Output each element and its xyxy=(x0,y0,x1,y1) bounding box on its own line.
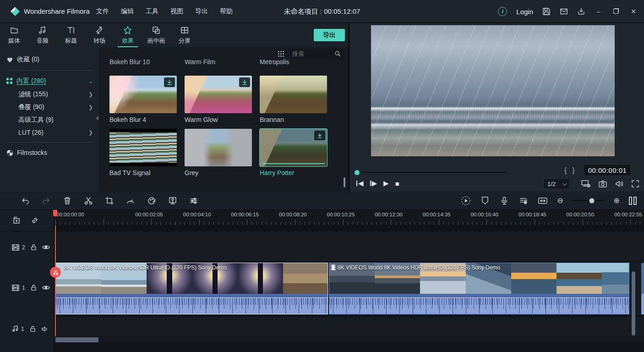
lock-open-icon[interactable] xyxy=(31,244,37,251)
sidebar-item-filters[interactable]: 滤镜 (155) ❯ xyxy=(0,88,99,101)
play-button[interactable]: ▶ xyxy=(383,179,389,187)
render-preview-button[interactable] xyxy=(461,196,471,206)
tab-pip[interactable]: 画中画 xyxy=(142,23,170,47)
panel-layout-icon[interactable] xyxy=(629,197,637,205)
menu-tools[interactable]: 工具 xyxy=(146,7,158,16)
sidebar-item-lut[interactable]: LUT (26) ❯ xyxy=(0,126,99,138)
zoom-out-button[interactable]: ⊖ xyxy=(557,196,563,205)
tab-effects[interactable]: 效果 xyxy=(114,23,142,47)
volume-icon[interactable] xyxy=(615,180,624,188)
effect-card-brannan[interactable]: Brannan xyxy=(260,76,327,123)
cut-button[interactable] xyxy=(83,196,93,206)
timeline-ruler[interactable]: 00:00:00:00 00:00:02:05 00:00:04:10 00:0… xyxy=(54,210,644,226)
clip-video-2[interactable]: 8K VIDEOS World 8K Videos HDR UltraHD (1… xyxy=(329,263,629,314)
collapse-sidebar-handle[interactable] xyxy=(96,116,98,121)
motion-tracking-button[interactable] xyxy=(168,196,178,206)
effect-card-bokeh-blur-4[interactable]: Bokeh Blur 4 xyxy=(109,76,177,123)
tab-media[interactable]: 媒体 xyxy=(0,23,28,47)
download-icon[interactable] xyxy=(577,7,585,16)
track-row-video-1[interactable]: 8K VIDEOS World 8K Videos HDR UltraHD (1… xyxy=(54,262,644,315)
eye-icon[interactable] xyxy=(42,285,50,291)
playhead-scissors-badge[interactable] xyxy=(50,267,61,278)
clip-title: 8K VIDEOS World 8K Videos HDR UltraHD (1… xyxy=(338,264,500,271)
link-icon[interactable] xyxy=(30,216,39,225)
stop-button[interactable]: ■ xyxy=(395,180,399,187)
snapshot-camera-icon[interactable] xyxy=(598,180,607,188)
effect-card-warm-glow[interactable]: Warm Glow xyxy=(185,76,252,123)
effect-card-grey[interactable]: Grey xyxy=(185,129,252,176)
marker-button[interactable] xyxy=(480,196,490,206)
delete-button[interactable] xyxy=(62,196,72,206)
view-grid-icon[interactable] xyxy=(278,50,284,57)
fit-timeline-button[interactable] xyxy=(538,196,548,206)
effects-scrollbar[interactable] xyxy=(344,177,345,187)
tab-split-screen[interactable]: 分屏 xyxy=(170,23,199,47)
zoom-in-button[interactable]: ⊕ xyxy=(614,196,620,205)
effect-card-harry-potter[interactable]: Harry Potter xyxy=(260,129,327,176)
heart-icon xyxy=(6,56,13,63)
track-number: 1 xyxy=(21,326,24,332)
menu-export[interactable]: 导出 xyxy=(195,7,208,16)
playhead-cap[interactable] xyxy=(53,210,57,216)
display-settings-icon[interactable] xyxy=(581,179,591,188)
undo-button[interactable] xyxy=(20,196,30,206)
close-button[interactable]: ✕ xyxy=(629,8,638,15)
save-icon[interactable] xyxy=(542,7,551,16)
timeline-hscroll-track[interactable] xyxy=(54,336,644,343)
track-row-video-2[interactable] xyxy=(54,231,644,261)
tab-titles[interactable]: 标题 xyxy=(57,23,85,47)
previous-frame-button[interactable]: ◀ xyxy=(356,179,364,187)
eye-icon[interactable] xyxy=(42,244,50,250)
lock-open-icon[interactable] xyxy=(31,284,37,291)
next-frame-button[interactable]: ▶ xyxy=(370,179,377,187)
seek-handle[interactable] xyxy=(355,170,360,175)
tracks-vertical-scrollbar[interactable] xyxy=(632,271,635,336)
restore-button[interactable] xyxy=(612,8,620,15)
timeline-hscroll-thumb[interactable] xyxy=(55,337,98,342)
adjust-button[interactable] xyxy=(189,196,199,206)
sidebar-item-overlays[interactable]: 叠覆 (90) ❯ xyxy=(0,101,99,114)
sidebar-favorites[interactable]: 收藏 (0) xyxy=(0,53,99,66)
menu-edit[interactable]: 编辑 xyxy=(121,7,134,16)
menu-view[interactable]: 视图 xyxy=(170,7,183,16)
preview-quality-select[interactable]: 1/2 xyxy=(543,178,570,189)
timeline-zoom-slider[interactable] xyxy=(573,200,605,201)
audio-mixer-button[interactable] xyxy=(518,196,529,206)
mail-icon[interactable] xyxy=(560,7,568,16)
playhead[interactable] xyxy=(55,226,56,336)
speaker-icon[interactable] xyxy=(41,326,49,332)
mark-out-icon[interactable]: } xyxy=(572,166,574,175)
menu-file[interactable]: 文件 xyxy=(96,7,109,16)
scrolled-row-labels: Bokeh Blur 10 Warm Film Metropolis xyxy=(100,61,348,69)
preview-video[interactable] xyxy=(371,25,615,156)
sidebar-filmstocks[interactable]: Filmstocks xyxy=(0,146,99,159)
audio-track-icon xyxy=(12,325,18,332)
redo-button[interactable] xyxy=(41,196,51,206)
track-row-audio-1[interactable] xyxy=(54,317,644,337)
record-voiceover-button[interactable] xyxy=(499,196,509,206)
login-button[interactable]: Login xyxy=(516,8,533,16)
sidebar-builtin[interactable]: 内置 (280) ⌄ xyxy=(0,74,99,88)
mark-in-icon[interactable]: { xyxy=(564,166,567,175)
search-input[interactable] xyxy=(292,50,332,57)
zoom-slider-handle[interactable] xyxy=(589,198,594,203)
clip-video-1[interactable]: 8K VIDEOS World 8K Videos HDR UltraHD (1… xyxy=(55,263,328,314)
color-button[interactable] xyxy=(147,196,157,206)
minimize-button[interactable]: – xyxy=(595,8,603,15)
tab-transitions[interactable]: 转场 xyxy=(85,23,114,47)
search-box[interactable] xyxy=(289,49,344,59)
effect-card-bad-tv-signal[interactable]: Bad TV Signal xyxy=(109,129,177,176)
tab-audio[interactable]: 音频 xyxy=(28,23,57,47)
export-button[interactable]: 导出 xyxy=(314,29,345,41)
crop-button[interactable] xyxy=(104,196,115,206)
speed-button[interactable] xyxy=(126,196,136,206)
timeline-tracks[interactable]: 8K VIDEOS World 8K Videos HDR UltraHD (1… xyxy=(54,226,644,352)
effect-name: Warm Glow xyxy=(185,116,252,123)
preview-seek-bar[interactable] xyxy=(355,168,507,177)
menu-help[interactable]: 帮助 xyxy=(220,7,233,16)
lock-open-icon[interactable] xyxy=(30,325,36,332)
sidebar-item-advanced-tools[interactable]: 高级工具 (9) xyxy=(0,114,99,126)
fullscreen-icon[interactable] xyxy=(631,180,639,188)
add-track-icon[interactable] xyxy=(12,216,21,225)
info-icon[interactable]: i xyxy=(498,7,507,16)
